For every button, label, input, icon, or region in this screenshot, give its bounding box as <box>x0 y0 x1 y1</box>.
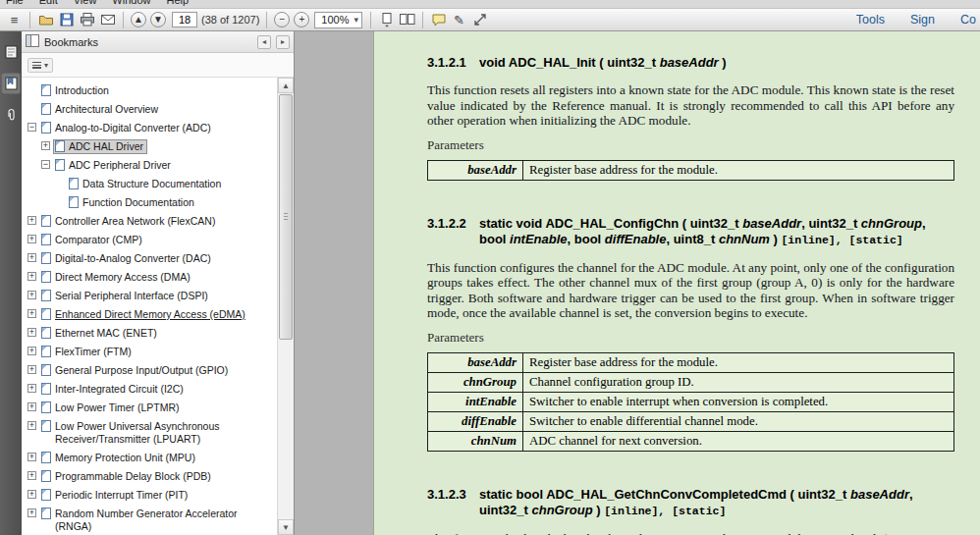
expand-toggle-icon[interactable] <box>27 123 36 132</box>
bookmark-item[interactable]: Low Power Universal Asynchronous Receive… <box>22 417 277 449</box>
save-icon[interactable] <box>56 11 77 29</box>
menu-item[interactable]: View <box>74 0 97 6</box>
bookmark-item[interactable]: ADC Peripheral Driver <box>22 156 277 175</box>
expand-toggle-icon[interactable] <box>27 291 36 299</box>
bookmark-item[interactable]: ADC HAL Driver <box>22 137 277 156</box>
bookmark-inner[interactable]: Memory Protection Unit (MPU) <box>39 451 199 465</box>
bookmark-inner[interactable]: Direct Memory Access (DMA) <box>39 270 194 285</box>
attachments-icon[interactable] <box>1 104 21 126</box>
page-number-input[interactable] <box>172 12 197 27</box>
expand-toggle-icon[interactable] <box>27 471 36 480</box>
bookmark-inner[interactable]: Low Power Universal Asynchronous Receive… <box>39 419 275 447</box>
open-file-icon[interactable] <box>35 11 56 29</box>
print-icon[interactable] <box>77 11 97 29</box>
bookmark-item[interactable]: General Purpose Input/Output (GPIO) <box>22 361 277 380</box>
expand-toggle-icon[interactable] <box>27 309 36 318</box>
expand-toggle-icon[interactable] <box>27 235 36 243</box>
bookmark-inner[interactable]: Low Power Timer (LPTMR) <box>39 401 184 415</box>
bookmark-inner[interactable]: Digital-to-Analog Converter (DAC) <box>39 251 215 266</box>
bookmark-item[interactable]: Memory Protection Unit (MPU) <box>22 449 277 467</box>
bookmark-item[interactable]: Function Documentation <box>22 193 277 212</box>
bookmark-inner[interactable]: Data Structure Documentation <box>67 177 225 191</box>
bookmark-inner[interactable]: Analog-to-Digital Converter (ADC) <box>39 121 215 135</box>
bookmark-item[interactable]: Controller Area Network (FlexCAN) <box>22 212 277 231</box>
bookmark-item[interactable]: Introduction <box>22 81 277 100</box>
panel-collapse-icon[interactable]: ◂ <box>257 35 271 49</box>
bookmark-inner[interactable]: ADC HAL Driver <box>53 139 147 154</box>
expand-toggle-icon[interactable] <box>27 453 36 461</box>
bookmark-inner[interactable]: ADC Peripheral Driver <box>53 158 175 173</box>
bookmark-item[interactable]: Enhanced Direct Memory Access (eDMA) <box>22 305 277 324</box>
bookmark-inner[interactable]: Enhanced Direct Memory Access (eDMA) <box>39 307 249 322</box>
expand-toggle-icon[interactable] <box>27 421 36 430</box>
next-page-icon[interactable]: ▼ <box>150 12 166 27</box>
expand-toggle-icon[interactable] <box>27 402 36 411</box>
bookmark-item[interactable]: Inter-Integrated Circuit (I2C) <box>22 380 277 399</box>
bookmark-inner[interactable]: Periodic Interrupt Timer (PIT) <box>39 488 191 503</box>
expand-toggle-icon[interactable] <box>55 179 64 187</box>
expand-toggle-icon[interactable] <box>27 328 36 337</box>
bookmark-inner[interactable]: Ethernet MAC (ENET) <box>39 326 161 341</box>
comment-bubble-icon[interactable] <box>428 11 449 29</box>
panel-toggle-button[interactable]: Tools <box>856 13 885 27</box>
zoom-level-select[interactable]: 100% ▾ <box>314 12 362 28</box>
panel-expand-icon[interactable]: ▸ <box>276 35 290 49</box>
two-page-view-icon[interactable] <box>397 11 417 29</box>
expand-toggle-icon[interactable] <box>41 141 50 150</box>
scroll-down-icon[interactable]: ▼ <box>278 519 294 535</box>
zoom-out-icon[interactable]: − <box>274 12 290 27</box>
bookmark-item[interactable]: Data Structure Documentation <box>22 175 277 193</box>
scrollbar-thumb[interactable] <box>279 94 293 340</box>
zoom-in-icon[interactable]: + <box>294 12 309 27</box>
expand-toggle-icon[interactable] <box>27 365 36 374</box>
expand-toggle-icon[interactable] <box>27 508 36 517</box>
expand-toggle-icon[interactable] <box>27 272 36 281</box>
scrolling-mode-icon[interactable] <box>376 11 397 29</box>
fullscreen-icon[interactable] <box>469 11 490 29</box>
menu-item[interactable]: Edit <box>39 0 58 6</box>
bookmark-inner[interactable]: General Purpose Input/Output (GPIO) <box>39 363 232 378</box>
bookmark-inner[interactable]: Random Number Generator Accelerator (RNG… <box>39 507 275 534</box>
bookmark-inner[interactable]: Inter-Integrated Circuit (I2C) <box>39 382 188 397</box>
email-icon[interactable] <box>97 11 118 29</box>
expand-toggle-icon[interactable] <box>27 384 36 393</box>
bookmark-item[interactable]: Serial Peripheral Interface (DSPI) <box>22 287 277 305</box>
expand-toggle-icon[interactable] <box>27 347 36 355</box>
panel-toggle-button[interactable]: Sign <box>910 13 935 27</box>
bookmark-inner[interactable]: Architectural Overview <box>39 102 162 117</box>
expand-toggle-icon[interactable] <box>27 216 36 225</box>
bookmark-item[interactable]: Random Number Generator Accelerator (RNG… <box>22 505 277 535</box>
expand-toggle-icon[interactable] <box>27 490 36 499</box>
expand-toggle-icon[interactable] <box>27 253 36 262</box>
panel-toggle-button[interactable]: Co <box>960 13 976 27</box>
bookmark-inner[interactable]: Controller Area Network (FlexCAN) <box>39 214 219 229</box>
bookmark-inner[interactable]: Programmable Delay Block (PDB) <box>39 469 215 484</box>
bookmark-item[interactable]: Programmable Delay Block (PDB) <box>22 467 277 486</box>
bookmarks-nav-icon[interactable] <box>1 73 21 94</box>
bookmark-item[interactable]: Periodic Interrupt Timer (PIT) <box>22 486 277 505</box>
bookmark-inner[interactable]: FlexTimer (FTM) <box>39 345 136 359</box>
expand-toggle-icon[interactable] <box>41 160 50 169</box>
sign-pen-icon[interactable]: ✎ <box>449 11 469 29</box>
bookmark-item[interactable]: Ethernet MAC (ENET) <box>22 324 277 343</box>
menu-icon[interactable]: ≡ <box>4 11 25 29</box>
bookmark-item[interactable]: Direct Memory Access (DMA) <box>22 268 277 287</box>
bookmark-item[interactable]: Digital-to-Analog Converter (DAC) <box>22 249 277 268</box>
expand-toggle-icon[interactable] <box>27 104 36 113</box>
bookmarks-scrollbar[interactable]: ▲ ▼ <box>277 78 294 535</box>
menu-item[interactable]: Window <box>112 0 150 6</box>
page-thumbnails-icon[interactable] <box>1 41 21 63</box>
bookmark-item[interactable]: FlexTimer (FTM) <box>22 343 277 361</box>
expand-toggle-icon[interactable] <box>27 85 36 94</box>
bookmark-inner[interactable]: Comparator (CMP) <box>39 233 146 247</box>
bookmark-item[interactable]: Comparator (CMP) <box>22 231 277 249</box>
bookmark-item[interactable]: Low Power Timer (LPTMR) <box>22 399 277 417</box>
menu-item[interactable]: Help <box>166 0 189 6</box>
menu-item[interactable]: File <box>6 0 24 6</box>
options-menu-button[interactable]: ▾ <box>27 58 53 73</box>
bookmark-inner[interactable]: Function Documentation <box>67 195 198 210</box>
bookmark-inner[interactable]: Introduction <box>39 83 113 98</box>
bookmark-item[interactable]: Architectural Overview <box>22 100 277 119</box>
bookmark-inner[interactable]: Serial Peripheral Interface (DSPI) <box>39 289 212 303</box>
previous-page-icon[interactable]: ▲ <box>131 12 146 27</box>
